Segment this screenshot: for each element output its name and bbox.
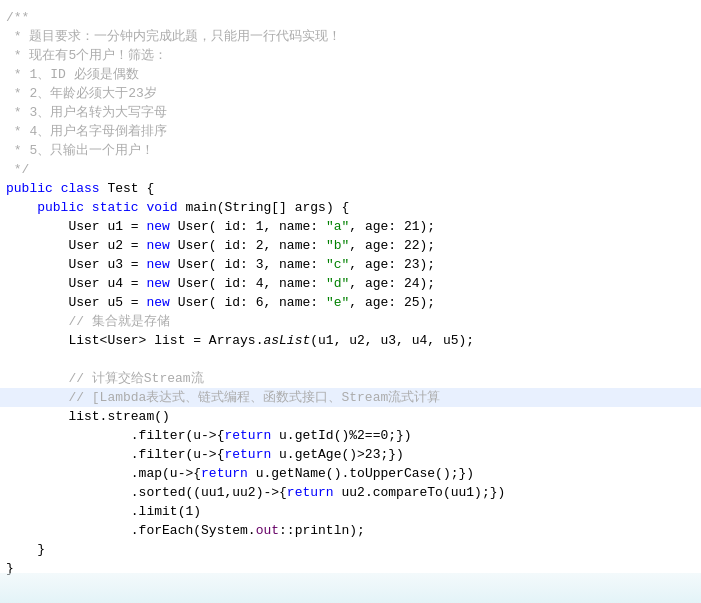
- line-text-20: // 计算交给Stream流: [6, 369, 701, 388]
- line-text-28: .forEach(System.out::println);: [6, 521, 701, 540]
- code-line-8: * 5、只输出一个用户！: [0, 141, 701, 160]
- code-line-3: * 现在有5个用户！筛选：: [0, 46, 701, 65]
- code-line-7: * 4、用户名字母倒着排序: [0, 122, 701, 141]
- line-text-8: * 5、只输出一个用户！: [6, 141, 701, 160]
- code-editor: /** * 题目要求：一分钟内完成此题，只能用一行代码实现！ * 现在有5个用户…: [0, 0, 701, 603]
- code-line-17: // 集合就是存储: [0, 312, 701, 331]
- line-text-9: */: [6, 160, 701, 179]
- code-line-19: [0, 350, 701, 369]
- line-text-23: .filter(u->{return u.getId()%2==0;}): [6, 426, 701, 445]
- code-line-27: .limit(1): [0, 502, 701, 521]
- line-text-17: // 集合就是存储: [6, 312, 701, 331]
- code-line-12: User u1 = new User( id: 1, name: "a", ag…: [0, 217, 701, 236]
- code-line-24: .filter(u->{return u.getAge()>23;}): [0, 445, 701, 464]
- code-line-25: .map(u->{return u.getName().toUpperCase(…: [0, 464, 701, 483]
- line-text-15: User u4 = new User( id: 4, name: "d", ag…: [6, 274, 701, 293]
- line-text-2: * 题目要求：一分钟内完成此题，只能用一行代码实现！: [6, 27, 701, 46]
- line-text-19: [6, 350, 701, 369]
- code-line-14: User u3 = new User( id: 3, name: "c", ag…: [0, 255, 701, 274]
- line-text-22: list.stream(): [6, 407, 701, 426]
- line-text-10: public class Test {: [6, 179, 701, 198]
- line-text-6: * 3、用户名转为大写字母: [6, 103, 701, 122]
- code-line-22: list.stream(): [0, 407, 701, 426]
- code-line-29: }: [0, 540, 701, 559]
- code-line-28: .forEach(System.out::println);: [0, 521, 701, 540]
- code-line-6: * 3、用户名转为大写字母: [0, 103, 701, 122]
- code-line-15: User u4 = new User( id: 4, name: "d", ag…: [0, 274, 701, 293]
- code-line-11: public static void main(String[] args) {: [0, 198, 701, 217]
- line-text-26: .sorted((uu1,uu2)->{return uu2.compareTo…: [6, 483, 701, 502]
- line-text-1: /**: [6, 8, 701, 27]
- line-text-13: User u2 = new User( id: 2, name: "b", ag…: [6, 236, 701, 255]
- code-line-5: * 2、年龄必须大于23岁: [0, 84, 701, 103]
- line-text-4: * 1、ID 必须是偶数: [6, 65, 701, 84]
- bottom-decoration: [0, 573, 701, 603]
- code-line-9: */: [0, 160, 701, 179]
- line-text-11: public static void main(String[] args) {: [6, 198, 701, 217]
- line-text-27: .limit(1): [6, 502, 701, 521]
- line-text-3: * 现在有5个用户！筛选：: [6, 46, 701, 65]
- code-line-2: * 题目要求：一分钟内完成此题，只能用一行代码实现！: [0, 27, 701, 46]
- code-line-21: // [Lambda表达式、链式编程、函数式接口、Stream流式计算: [0, 388, 701, 407]
- code-line-1: /**: [0, 8, 701, 27]
- code-line-26: .sorted((uu1,uu2)->{return uu2.compareTo…: [0, 483, 701, 502]
- line-text-5: * 2、年龄必须大于23岁: [6, 84, 701, 103]
- code-line-20: // 计算交给Stream流: [0, 369, 701, 388]
- line-text-24: .filter(u->{return u.getAge()>23;}): [6, 445, 701, 464]
- line-text-12: User u1 = new User( id: 1, name: "a", ag…: [6, 217, 701, 236]
- line-text-16: User u5 = new User( id: 6, name: "e", ag…: [6, 293, 701, 312]
- code-line-13: User u2 = new User( id: 2, name: "b", ag…: [0, 236, 701, 255]
- code-line-10: public class Test {: [0, 179, 701, 198]
- code-line-16: User u5 = new User( id: 6, name: "e", ag…: [0, 293, 701, 312]
- code-line-18: List<User> list = Arrays.asList(u1, u2, …: [0, 331, 701, 350]
- line-text-29: }: [6, 540, 701, 559]
- code-line-23: .filter(u->{return u.getId()%2==0;}): [0, 426, 701, 445]
- line-text-7: * 4、用户名字母倒着排序: [6, 122, 701, 141]
- line-text-25: .map(u->{return u.getName().toUpperCase(…: [6, 464, 701, 483]
- line-text-18: List<User> list = Arrays.asList(u1, u2, …: [6, 331, 701, 350]
- line-text-21: // [Lambda表达式、链式编程、函数式接口、Stream流式计算: [6, 388, 701, 407]
- line-text-14: User u3 = new User( id: 3, name: "c", ag…: [6, 255, 701, 274]
- code-line-4: * 1、ID 必须是偶数: [0, 65, 701, 84]
